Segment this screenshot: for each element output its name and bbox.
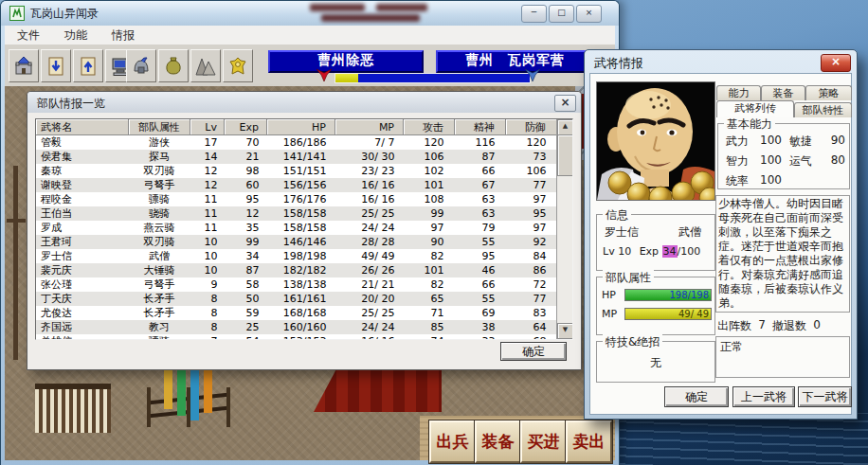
troops-close-button[interactable]: × xyxy=(554,95,576,112)
prev-general-button[interactable]: 上一武将 xyxy=(732,386,795,407)
menu-function[interactable]: 功能 xyxy=(52,27,99,44)
cell-mp: 16/ 16 xyxy=(335,334,404,340)
cell-lv: 8 xyxy=(190,306,225,320)
titlebar-glass-blob xyxy=(310,4,365,11)
column-header[interactable]: 攻击 xyxy=(404,119,455,135)
cell-defense: 106 xyxy=(506,164,557,178)
cell-exp: 12 xyxy=(225,206,267,221)
column-header[interactable]: 武将名 xyxy=(36,119,129,135)
table-row[interactable]: 单雄信 骠骑 7 54 153/153 16/ 16 74 33 68 47 6… xyxy=(36,334,573,340)
armor-button[interactable] xyxy=(223,49,253,82)
column-header[interactable]: Exp xyxy=(225,119,267,135)
cell-unit-type: 双刃骑 xyxy=(129,164,190,178)
mp-row: MP 49/ 49 xyxy=(602,308,712,320)
monk-portrait-image xyxy=(597,82,714,200)
table-row[interactable]: 张公瑾 弓弩手 9 58 138/138 21/ 21 82 66 72 65 … xyxy=(36,277,573,292)
vertical-scrollbar[interactable]: ▲ ▼ xyxy=(556,119,572,339)
cell-lv: 11 xyxy=(190,206,225,221)
troops-window-titlebar[interactable]: 部队情报一览 × xyxy=(27,92,581,113)
scroll-down-arrow[interactable]: ▼ xyxy=(557,323,573,339)
skill-value: 无 xyxy=(597,355,714,371)
tab-row-2: 武将列传 部队特性 xyxy=(716,100,852,117)
cell-general-name: 王君珂 xyxy=(36,235,129,249)
table-row[interactable]: 秦琼 双刃骑 12 98 151/151 23/ 23 102 66 106 9… xyxy=(36,164,573,178)
equip-button[interactable]: 装备 xyxy=(475,420,521,463)
column-header[interactable]: 防御 xyxy=(506,119,557,135)
general-close-button[interactable]: × xyxy=(821,54,851,72)
moneybag-icon xyxy=(163,56,184,77)
table-row[interactable]: 王君珂 双刃骑 10 99 146/146 28/ 28 90 55 92 94… xyxy=(36,235,573,249)
save-scroll-button[interactable] xyxy=(41,49,71,82)
menu-file[interactable]: 文件 xyxy=(5,27,52,44)
main-window-titlebar[interactable]: 瓦岗山异闻录 ─ □ × xyxy=(1,1,619,26)
table-row[interactable]: 罗成 燕云骑 11 35 158/158 24/ 24 97 79 97 97 … xyxy=(36,221,573,235)
mountain-icon xyxy=(195,56,216,77)
scroll-up-icon xyxy=(78,56,99,77)
table-row[interactable]: 丁天庆 长矛手 8 50 161/161 20/ 20 65 55 77 56 … xyxy=(36,292,573,306)
mountain-button[interactable] xyxy=(190,49,221,82)
minimize-button[interactable]: ─ xyxy=(521,5,547,23)
tab-biography[interactable]: 武将列传 xyxy=(716,100,794,117)
basic-ability-group: 基本能力 武力 100 敏捷 90 智力 100 运气 80 统率 100 xyxy=(717,123,850,189)
column-header[interactable]: HP xyxy=(267,119,335,135)
stat-label: 武力 xyxy=(726,134,755,150)
cell-hp: 176/176 xyxy=(267,192,335,206)
cell-lv: 7 xyxy=(190,334,225,340)
cell-attack: 82 xyxy=(404,249,455,263)
maximize-button[interactable]: □ xyxy=(549,5,574,23)
scrollbar-thumb[interactable] xyxy=(557,134,573,176)
troops-confirm-button[interactable]: 确定 xyxy=(500,342,567,361)
helmet-button[interactable] xyxy=(126,49,156,82)
general-confirm-button[interactable]: 确定 xyxy=(664,386,729,407)
table-row[interactable]: 王伯当 骁骑 11 12 158/158 25/ 25 99 63 95 82 … xyxy=(36,206,573,221)
table-row[interactable]: 罗士信 武僧 10 34 198/198 49/ 49 82 95 84 68 … xyxy=(36,249,573,263)
column-header[interactable]: MP xyxy=(335,119,404,135)
load-scroll-button[interactable] xyxy=(73,49,103,82)
cell-exp: 95 xyxy=(225,192,267,206)
menu-intel[interactable]: 情报 xyxy=(99,27,147,44)
cell-attack: 65 xyxy=(404,292,455,306)
moneybag-button[interactable] xyxy=(158,49,189,82)
cell-hp: 198/198 xyxy=(267,249,335,263)
cell-mp: 16/ 16 xyxy=(335,178,404,192)
cell-general-name: 秦琼 xyxy=(36,164,129,178)
mp-bar: 49/ 49 xyxy=(624,308,712,320)
sell-button[interactable]: 卖出 xyxy=(566,420,612,463)
table-row[interactable]: 裴元庆 大锤骑 10 87 182/182 26/ 26 101 46 86 9… xyxy=(36,263,573,277)
deploy-button[interactable]: 出兵 xyxy=(429,420,476,463)
tab-strategy[interactable]: 策略 xyxy=(805,85,852,100)
table-row[interactable]: 管毅 游侠 17 70 186/186 7/ 7 120 116 120 114… xyxy=(36,135,573,151)
cell-attack: 71 xyxy=(404,306,455,320)
cell-mp: 21/ 21 xyxy=(335,277,404,292)
cell-lv: 11 xyxy=(190,221,225,235)
next-general-button[interactable]: 下一武将 xyxy=(798,386,852,407)
table-row[interactable]: 谢映登 弓弩手 12 60 156/156 16/ 16 101 67 77 8… xyxy=(36,178,573,192)
tab-equipment[interactable]: 装备 xyxy=(761,85,805,100)
column-header[interactable]: 部队属性 xyxy=(129,119,190,135)
table-row[interactable]: 侯君集 探马 14 21 141/141 30/ 30 106 87 73 12… xyxy=(36,150,573,164)
cell-lv: 9 xyxy=(190,277,225,292)
table-row[interactable]: 齐国远 教习 8 25 160/160 24/ 24 85 38 64 81 6… xyxy=(36,320,573,334)
close-button[interactable]: × xyxy=(576,5,602,23)
titlebar-glass-blob xyxy=(321,14,420,22)
column-header[interactable]: 精神 xyxy=(455,119,506,135)
buy-button[interactable]: 买进 xyxy=(520,420,567,463)
fortress-button[interactable] xyxy=(9,49,39,82)
hp-label: HP xyxy=(602,289,621,301)
red-bird-marker xyxy=(316,68,332,82)
cell-exp: 50 xyxy=(225,292,267,306)
cell-spirit: 66 xyxy=(455,164,506,178)
general-portrait xyxy=(596,81,715,201)
table-row[interactable]: 程咬金 骠骑 11 95 176/176 16/ 16 108 63 97 71… xyxy=(36,192,573,206)
tab-row-1: 能力 装备 策略 xyxy=(716,85,852,100)
tab-ability[interactable]: 能力 xyxy=(716,85,761,100)
scroll-up-arrow[interactable]: ▲ xyxy=(557,119,573,135)
column-header[interactable]: Lv xyxy=(190,119,225,135)
cell-lv: 11 xyxy=(190,192,225,206)
tab-unit-traits[interactable]: 部队特性 xyxy=(794,102,852,117)
cell-lv: 10 xyxy=(190,235,225,249)
cell-spirit: 87 xyxy=(455,150,506,164)
wooden-pole xyxy=(13,166,18,360)
cell-general-name: 齐国远 xyxy=(36,320,129,334)
table-row[interactable]: 尤俊达 长矛手 8 59 168/168 25/ 25 71 69 83 70 … xyxy=(36,306,573,320)
